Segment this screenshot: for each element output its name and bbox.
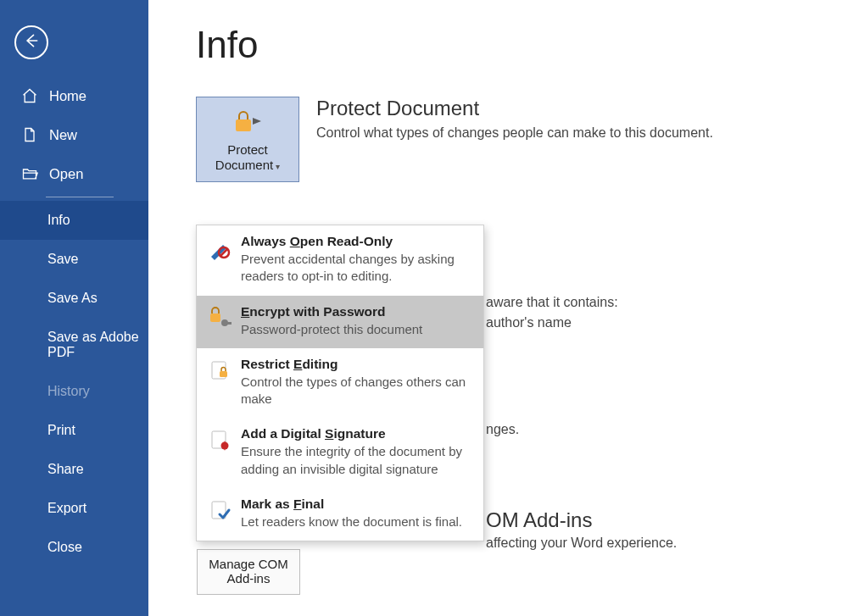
home-icon xyxy=(20,86,39,105)
sidebar-item-label: Save xyxy=(47,252,78,267)
open-folder-icon xyxy=(20,164,39,183)
menu-item-text: Mark as Final Let readers know the docum… xyxy=(241,497,462,530)
menu-item-title: Mark as Final xyxy=(241,497,462,512)
menu-item-encrypt-with-password[interactable]: Encrypt with Password Password-protect t… xyxy=(197,296,483,348)
chevron-down-icon: ▾ xyxy=(276,162,280,171)
lock-shield-icon xyxy=(232,109,263,137)
menu-item-title: Restrict Editing xyxy=(241,357,473,372)
svg-rect-3 xyxy=(210,314,220,322)
menu-item-desc: Password-protect this document xyxy=(241,321,422,338)
menu-item-desc: Prevent accidental changes by asking rea… xyxy=(241,251,473,286)
menu-item-text: Encrypt with Password Password-protect t… xyxy=(241,304,422,338)
sidebar-sub-nav: Info Save Save As Save as Adobe PDF Hist… xyxy=(0,201,148,567)
sidebar-item-label: Save As xyxy=(47,291,98,306)
back-button[interactable] xyxy=(14,25,48,59)
menu-item-add-digital-signature[interactable]: Add a Digital Signature Ensure the integ… xyxy=(197,418,483,488)
protect-heading: Protect Document xyxy=(316,97,713,120)
menu-item-desc: Control the types of changes others can … xyxy=(241,374,473,408)
sidebar-item-label: Info xyxy=(47,213,70,228)
backstage-sidebar: Home New Open Info Save Save As xyxy=(0,0,148,616)
menu-item-text: Restrict Editing Control the types of ch… xyxy=(241,357,473,408)
sidebar-item-open[interactable]: Open xyxy=(0,154,148,193)
protect-section: Protect Document▾ Protect Document Contr… xyxy=(196,97,848,182)
sidebar-item-label: Save as Adobe PDF xyxy=(47,330,148,360)
sidebar-item-history: History xyxy=(0,372,148,411)
sidebar-item-print[interactable]: Print xyxy=(0,411,148,450)
menu-item-text: Always Open Read-Only Prevent accidental… xyxy=(241,234,473,286)
sidebar-item-new[interactable]: New xyxy=(0,115,148,154)
sidebar-item-share[interactable]: Share xyxy=(0,450,148,489)
sidebar-item-save-adobe-pdf[interactable]: Save as Adobe PDF xyxy=(0,318,148,372)
new-document-icon xyxy=(20,125,39,144)
sidebar-item-info[interactable]: Info xyxy=(0,201,148,240)
sidebar-item-home[interactable]: Home xyxy=(0,76,148,115)
menu-item-restrict-editing[interactable]: Restrict Editing Control the types of ch… xyxy=(197,348,483,419)
menu-item-desc: Ensure the integrity of the document by … xyxy=(241,443,473,478)
protect-button-label: Protect Document▾ xyxy=(215,142,280,173)
manage-com-addins-button[interactable]: Manage COM Add-ins xyxy=(197,549,300,595)
menu-item-desc: Let readers know the document is final. xyxy=(241,513,462,530)
protect-section-text: Protect Document Control what types of c… xyxy=(316,97,713,141)
sidebar-item-label: Close xyxy=(47,540,82,555)
menu-item-title: Always Open Read-Only xyxy=(241,234,473,249)
sidebar-divider xyxy=(46,197,114,197)
sidebar-item-save[interactable]: Save xyxy=(0,240,148,279)
sidebar-item-label: Home xyxy=(49,88,86,104)
menu-item-mark-as-final[interactable]: Mark as Final Let readers know the docum… xyxy=(197,488,483,541)
read-only-icon xyxy=(207,236,232,261)
sidebar-item-save-as[interactable]: Save As xyxy=(0,279,148,318)
sidebar-item-label: History xyxy=(47,384,90,399)
svg-rect-7 xyxy=(220,371,227,377)
encrypt-key-icon xyxy=(207,306,232,331)
sidebar-item-label: Print xyxy=(47,423,75,438)
back-arrow-icon xyxy=(23,32,40,53)
menu-item-title: Encrypt with Password xyxy=(241,304,422,319)
sidebar-item-export[interactable]: Export xyxy=(0,489,148,528)
menu-item-text: Add a Digital Signature Ensure the integ… xyxy=(241,426,473,478)
protect-document-button[interactable]: Protect Document▾ xyxy=(196,97,299,182)
digital-signature-icon xyxy=(207,428,232,453)
svg-rect-5 xyxy=(226,322,232,325)
menu-item-always-open-read-only[interactable]: Always Open Read-Only Prevent accidental… xyxy=(197,225,483,296)
sidebar-item-label: Share xyxy=(47,462,84,477)
sidebar-item-label: New xyxy=(49,127,77,143)
manage-btn-line2: Add-ins xyxy=(201,571,296,585)
svg-rect-0 xyxy=(236,119,251,131)
sidebar-item-label: Export xyxy=(47,501,86,516)
sidebar-item-label: Open xyxy=(49,166,83,182)
sidebar-nav: Home New Open Info Save Save As xyxy=(0,76,148,567)
manage-btn-line1: Manage COM xyxy=(201,557,296,571)
sidebar-item-close[interactable]: Close xyxy=(0,528,148,567)
page-title: Info xyxy=(196,24,848,66)
restrict-editing-icon xyxy=(207,358,232,384)
protect-document-menu: Always Open Read-Only Prevent accidental… xyxy=(196,225,484,541)
menu-item-title: Add a Digital Signature xyxy=(241,426,473,441)
mark-final-icon xyxy=(207,498,232,524)
protect-desc: Control what types of changes people can… xyxy=(316,125,713,141)
